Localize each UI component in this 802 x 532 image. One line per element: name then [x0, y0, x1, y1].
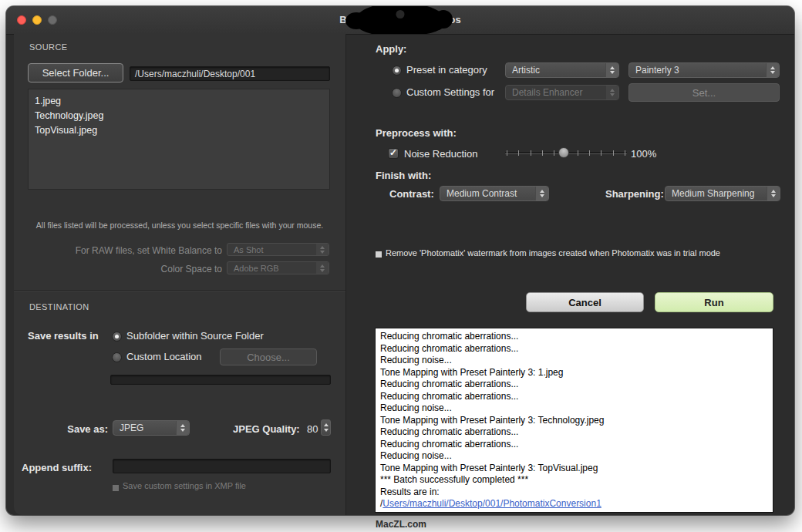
chevron-updown-icon [315, 262, 329, 274]
subfolder-radio[interactable] [112, 332, 122, 342]
choose-location-button: Choose... [220, 348, 317, 365]
custom-location-radio-label: Custom Location [126, 351, 202, 362]
run-button[interactable]: Run [655, 292, 773, 312]
white-balance-label: For RAW files, set White Balance to [22, 245, 222, 256]
log-results-path: /Users/maczhuli/Desktop/001/PhotomatixCo… [380, 498, 768, 510]
log-line: Reducing noise... [380, 402, 768, 415]
chevron-updown-icon [315, 244, 329, 255]
stepper-up-icon[interactable] [324, 423, 329, 426]
jpeg-quality-label: JPEG Quality: [233, 423, 300, 435]
title-bar[interactable]: Batch Processing Photos [6, 6, 794, 35]
set-custom-settings-button: Set... [628, 83, 780, 102]
log-line: Tone Mapping with Preset Painterly 3: 1.… [380, 367, 768, 379]
noise-reduction-percent: 100% [631, 148, 656, 160]
log-line: Reducing chromatic aberrations... [380, 426, 768, 439]
sharpening-select[interactable]: Medium Sharpening [665, 186, 780, 201]
preset-category-select[interactable]: Artistic [505, 62, 619, 78]
log-output[interactable]: Reducing chromatic aberrations...Reducin… [375, 328, 773, 513]
select-folder-button[interactable]: Select Folder... [28, 63, 123, 82]
xmp-checkbox [113, 485, 119, 491]
append-suffix-field[interactable] [113, 459, 331, 473]
subfolder-radio-label: Subfolder within Source Folder [126, 330, 264, 342]
xmp-checkbox-label: Save custom settings in XMP file [123, 481, 246, 490]
remove-watermark-checkbox[interactable] [376, 251, 382, 258]
chevron-updown-icon [766, 63, 779, 77]
sharpening-value: Medium Sharpening [666, 188, 767, 199]
file-list-item[interactable]: Technology.jpeg [35, 109, 323, 123]
remove-watermark-label: Remove 'Photomatix' watermark from image… [386, 248, 720, 258]
noise-reduction-checkbox[interactable] [388, 148, 399, 159]
log-line: *** Batch successfully completed *** [380, 474, 768, 487]
section-divider [14, 290, 345, 291]
preprocess-section-label: Preprocess with: [376, 127, 457, 139]
save-as-value: JPEG [113, 423, 176, 433]
destination-section-label: DESTINATION [29, 302, 89, 311]
log-line: Reducing noise... [380, 450, 768, 463]
contrast-value: Medium Contrast [440, 188, 535, 199]
log-line: Reducing chromatic aberrations... [380, 391, 768, 403]
chevron-updown-icon [605, 86, 618, 99]
custom-location-path-field [110, 375, 331, 385]
jpeg-quality-stepper[interactable] [321, 419, 331, 436]
chevron-updown-icon [605, 63, 618, 77]
chevron-updown-icon [535, 187, 548, 200]
log-line: Tone Mapping with Preset Painterly 3: To… [380, 463, 768, 475]
ink-blot-overlay [355, 6, 446, 35]
finish-section-label: Finish with: [376, 170, 431, 181]
custom-settings-radio[interactable] [392, 88, 402, 98]
custom-method-select: Details Enhancer [505, 85, 619, 100]
preset-in-category-label: Preset in category [406, 64, 487, 76]
noise-reduction-slider[interactable] [505, 146, 627, 159]
file-selection-note: All files listed will be processed, unle… [17, 221, 342, 230]
save-results-label: Save results in [28, 330, 99, 342]
preset-in-category-radio[interactable] [392, 66, 402, 76]
log-line: Reducing chromatic aberrations... [380, 343, 768, 355]
custom-location-radio[interactable] [112, 352, 122, 362]
save-as-label: Save as: [22, 423, 108, 435]
custom-settings-label: Custom Settings for [406, 86, 494, 98]
preset-category-value: Artistic [506, 65, 605, 76]
log-line: Reducing noise... [380, 355, 768, 367]
contrast-select[interactable]: Medium Contrast [440, 186, 549, 201]
cancel-button[interactable]: Cancel [526, 292, 644, 312]
footer-watermark: MacZL.com [0, 519, 802, 530]
stepper-down-icon[interactable] [324, 429, 329, 432]
chevron-updown-icon [767, 187, 780, 200]
jpeg-quality-value: 80 [307, 423, 318, 435]
log-line: Reducing chromatic aberrations... [380, 379, 768, 391]
preset-select[interactable]: Painterly 3 [628, 62, 780, 78]
chevron-updown-icon [176, 421, 189, 435]
color-space-label: Color Space to [22, 264, 222, 274]
log-line: Reducing chromatic aberrations... [380, 439, 768, 451]
preset-value: Painterly 3 [629, 65, 766, 76]
white-balance-value: As Shot [227, 245, 315, 254]
file-list-item[interactable]: TopVisual.jpeg [35, 123, 323, 138]
results-path-link[interactable]: Users/maczhuli/Desktop/001/PhotomatixCon… [382, 498, 601, 509]
color-space-select: Adobe RGB [227, 261, 329, 274]
noise-reduction-label: Noise Reduction [404, 148, 477, 160]
color-space-value: Adobe RGB [227, 264, 315, 273]
log-lines: Reducing chromatic aberrations...Reducin… [380, 331, 768, 498]
slider-thumb[interactable] [558, 147, 569, 158]
file-list-item[interactable]: 1.jpeg [35, 94, 323, 109]
save-as-select[interactable]: JPEG [113, 420, 190, 436]
sharpening-label: Sharpening: [605, 188, 664, 200]
source-folder-path-field[interactable]: /Users/maczhuli/Desktop/001 [130, 66, 330, 81]
apply-section-label: Apply: [376, 43, 406, 55]
camera-dot [396, 10, 405, 19]
custom-method-value: Details Enhancer [506, 87, 605, 98]
batch-processing-window: Batch Processing Photos SOURCE Select Fo… [6, 6, 794, 515]
source-section-label: SOURCE [29, 42, 67, 52]
append-suffix-label: Append suffix: [22, 462, 92, 473]
log-line: Reducing chromatic aberrations... [380, 331, 768, 343]
source-file-list[interactable]: 1.jpegTechnology.jpegTopVisual.jpeg [28, 89, 330, 190]
log-line: Tone Mapping with Preset Painterly 3: Te… [380, 415, 768, 427]
white-balance-select: As Shot [227, 243, 329, 256]
log-line: Results are in: [380, 487, 768, 499]
contrast-label: Contrast: [389, 188, 434, 200]
